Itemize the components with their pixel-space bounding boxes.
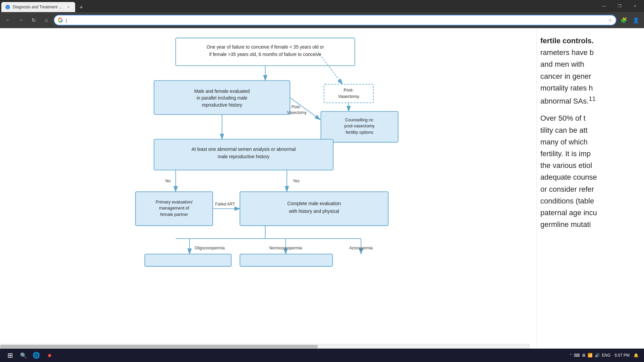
postvas-dashed-text1: Post-: [343, 87, 354, 93]
window-controls: — ❐ ×: [596, 0, 643, 12]
box4-text1: At least one abnormal semen analysis or …: [192, 146, 296, 152]
restore-button[interactable]: ❐: [612, 0, 627, 12]
minimize-button[interactable]: —: [596, 0, 612, 12]
postvas-dashed-text2: Vasectomy: [338, 94, 359, 99]
sidebar-line-4: cancer in gener: [540, 70, 637, 82]
box4-text2: male reproductive history: [218, 154, 269, 159]
yes-label: Yes: [293, 179, 300, 183]
sidebar-line-15: paternal age incu: [540, 207, 637, 219]
address-bar[interactable]: | ☆: [54, 15, 616, 25]
taskbar-network-icon: 📶: [588, 353, 593, 358]
refresh-icon: ↻: [32, 17, 36, 23]
chrome-icon: 🌐: [33, 352, 40, 359]
sidebar-line-5: mortality rates h: [540, 82, 637, 94]
sidebar-line-13: or consider refer: [540, 183, 637, 195]
box1-text-line2: if female >35 years old, 6 months of fai…: [209, 52, 321, 57]
taskbar-clock: 6:07 PM: [614, 353, 630, 358]
azoospermia-label: Azoospermia: [349, 246, 373, 250]
taskbar-time-display: 6:07 PM: [614, 353, 630, 358]
taskbar-notification-icon[interactable]: 🔔: [634, 353, 639, 358]
box2-text3: reproductive history: [202, 102, 242, 108]
box1-text-line1: One year of failure to conceive if femal…: [207, 44, 324, 50]
app-icon: ●: [47, 351, 52, 360]
box5b-text1: Complete male evaluation: [287, 201, 341, 206]
main-content-area: One year of failure to conceive if femal…: [0, 28, 537, 349]
bottom-box2-rect: [240, 254, 332, 266]
sidebar-line-11: the various etiol: [540, 160, 637, 171]
failed-art-label: Failed ART: [215, 202, 235, 206]
flowchart-svg: One year of failure to conceive if femal…: [13, 35, 523, 269]
sidebar-text-panel: fertile controls. rameters have b and me…: [537, 28, 644, 349]
post-vasectomy-label: Post-: [291, 105, 301, 109]
sidebar-line-7: Over 50% of t: [540, 112, 637, 124]
sidebar-line-16: germline mutati: [540, 219, 637, 230]
sidebar-line-1: fertile controls.: [540, 35, 637, 47]
box5b-text2: with history and physical: [289, 208, 339, 214]
taskbar-system-icons: ⌃ ⌨ 🖥 📶 🔊 ENG: [569, 353, 610, 358]
forward-button[interactable]: →: [15, 15, 26, 25]
box5a-text2: management of: [159, 205, 189, 210]
taskbar: ⊞ 🔍 🌐 ● ⌃ ⌨ 🖥 📶 🔊 ENG 6:07 PM 🔔: [0, 349, 644, 362]
page-content: One year of failure to conceive if femal…: [0, 28, 644, 349]
navigation-bar: ← → ↻ ⌂ | ☆ 🧩 👤: [0, 12, 644, 28]
bookmark-star-icon[interactable]: ☆: [608, 17, 612, 23]
bottom-box1-rect: [145, 254, 231, 266]
sidebar-line-3: and men with: [540, 58, 637, 70]
sidebar-line-2: rameters have b: [540, 47, 637, 58]
sidebar-line-10: fertility. It is imp: [540, 148, 637, 160]
refresh-button[interactable]: ↻: [28, 15, 39, 25]
horizontal-scrollbar[interactable]: [0, 344, 530, 349]
taskbar-search-icon: 🔍: [20, 352, 27, 359]
tab-favicon: [5, 5, 10, 9]
normozoospermia-label: Normozoospermia: [269, 246, 302, 250]
tab-title: Diagnosis and Treatment of Infer: [13, 5, 63, 9]
box2-text1: Male and female evaluated: [194, 88, 250, 94]
sidebar-line-14: conditions (table: [540, 195, 637, 207]
active-tab[interactable]: Diagnosis and Treatment of Infer ×: [1, 2, 75, 12]
sidebar-line-9: many of which: [540, 136, 637, 148]
oligozoospermia-label: Oligozoospermia: [195, 246, 225, 250]
taskbar-volume-icon: 🔊: [595, 353, 600, 358]
taskbar-app-icon[interactable]: ●: [44, 349, 56, 361]
taskbar-browser-icon[interactable]: 🌐: [30, 349, 42, 361]
home-icon: ⌂: [45, 17, 48, 23]
box5a-text3: female partner: [160, 212, 189, 217]
box5a-text1: Primary evaluation/: [156, 199, 193, 204]
taskbar-right: ⌃ ⌨ 🖥 📶 🔊 ENG 6:07 PM 🔔: [569, 353, 641, 358]
toolbar-icons: 🧩 👤: [619, 15, 641, 25]
taskbar-keyboard-icon: ⌨: [574, 353, 580, 358]
browser-window: Diagnosis and Treatment of Infer × + — ❐…: [0, 0, 644, 349]
profile-button[interactable]: 👤: [631, 15, 641, 25]
address-icons: ☆: [608, 17, 612, 23]
taskbar-up-arrow[interactable]: ⌃: [569, 353, 572, 357]
tab-bar: Diagnosis and Treatment of Infer × + — ❐…: [0, 0, 644, 12]
scrollbar-thumb[interactable]: [0, 345, 318, 348]
counselling-text1: Counselling re:: [345, 117, 374, 122]
no-label: No: [165, 179, 171, 183]
start-button[interactable]: ⊞: [3, 349, 17, 361]
sidebar-line-8: tility can be att: [540, 124, 637, 136]
extensions-button[interactable]: 🧩: [619, 15, 629, 25]
address-text: |: [66, 18, 605, 23]
home-button[interactable]: ⌂: [41, 15, 52, 25]
close-button[interactable]: ×: [627, 0, 643, 12]
tab-close-button[interactable]: ×: [66, 4, 71, 10]
counselling-text2: post-vasectomy: [344, 123, 375, 128]
taskbar-monitor-icon: 🖥: [582, 353, 586, 358]
forward-icon: →: [18, 17, 23, 23]
counselling-text3: fertility options: [346, 130, 373, 135]
taskbar-search-button[interactable]: 🔍: [17, 349, 30, 361]
box2-text2: in parallel including male: [197, 95, 247, 101]
start-icon: ⊞: [7, 351, 13, 359]
sidebar-line-6: abnormal SAs.11: [540, 94, 637, 107]
google-icon: [58, 17, 63, 23]
back-icon: ←: [5, 17, 11, 23]
back-button[interactable]: ←: [3, 15, 13, 25]
sidebar-line-12: adequate counse: [540, 171, 637, 183]
post-vasectomy-label2: Vasectomy: [287, 110, 307, 115]
new-tab-button[interactable]: +: [76, 3, 86, 12]
taskbar-lang-label: ENG: [602, 353, 610, 358]
